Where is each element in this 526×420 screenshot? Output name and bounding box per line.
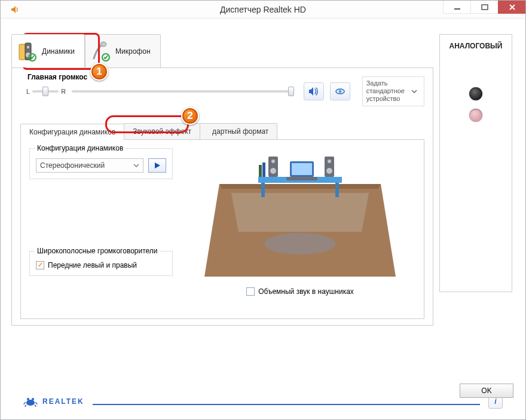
jack-pink[interactable] — [469, 109, 482, 122]
wideband-group: Широкополосные громкоговорители ✓ Передн… — [29, 251, 173, 276]
svg-rect-1 — [482, 5, 488, 10]
svg-point-10 — [338, 90, 341, 93]
tab-speakers[interactable]: Динамики — [11, 34, 85, 68]
tab-microphone[interactable]: Микрофон — [85, 34, 160, 68]
balance-l: L — [26, 88, 30, 95]
sub-tab-effects[interactable]: Звуковой эффект — [124, 123, 200, 139]
ok-button[interactable]: OK — [460, 384, 513, 398]
default-l1: Задать — [366, 79, 388, 87]
svg-point-26 — [326, 168, 332, 174]
svg-point-22 — [271, 160, 275, 163]
svg-point-14 — [264, 233, 336, 255]
balance-slider[interactable]: L R — [26, 88, 66, 95]
default-l3: устройство — [366, 95, 400, 102]
svg-rect-19 — [292, 163, 312, 175]
svg-rect-17 — [335, 183, 339, 197]
realtek-logo-icon — [23, 394, 38, 409]
close-button[interactable] — [498, 1, 525, 14]
microphone-icon — [90, 41, 112, 62]
volume-slider[interactable] — [72, 90, 294, 93]
sub-tabs: Конфигурация динамиков Звуковой эффект д… — [20, 123, 424, 140]
speaker-config-group: Конфигурация динамиков Стереофонический — [29, 148, 173, 179]
speakers-icon — [17, 41, 38, 62]
svg-point-31 — [32, 398, 34, 400]
analog-panel: АНАЛОГОВЫЙ — [439, 34, 512, 292]
brand: REALTEK — [23, 394, 84, 409]
svg-point-23 — [270, 168, 276, 174]
jack-black[interactable] — [469, 87, 482, 100]
main-volume-legend: Главная громкос — [25, 73, 90, 81]
mute-button[interactable] — [304, 82, 324, 100]
speaker-config-select[interactable]: Стереофонический — [36, 158, 143, 173]
speaker-icon — [9, 4, 21, 16]
sub-tab-format[interactable]: дартный формат — [200, 123, 277, 139]
room-illustration — [201, 148, 399, 283]
tab-microphone-label: Микрофон — [115, 47, 150, 56]
left-column: Конфигурация динамиков Стереофонический … — [29, 148, 173, 310]
surround-headphones-label: Объемный звук в наушниках — [258, 287, 354, 296]
svg-point-4 — [27, 45, 29, 48]
sub-content: Конфигурация динамиков Стереофонический … — [20, 140, 424, 319]
svg-point-29 — [26, 400, 35, 406]
analog-title: АНАЛОГОВЫЙ — [440, 42, 512, 50]
svg-marker-12 — [219, 184, 381, 189]
svg-rect-28 — [262, 163, 265, 177]
footer: REALTEK i — [23, 394, 503, 409]
default-l2: стандартное — [366, 87, 405, 94]
svg-point-25 — [328, 160, 331, 163]
client-area: АНАЛОГОВЫЙ Динамики — [11, 34, 515, 403]
main-volume-group: Главная громкос L R — [20, 78, 356, 105]
svg-rect-27 — [259, 165, 262, 177]
sub-tab-format-label: дартный формат — [212, 127, 268, 136]
test-play-button[interactable] — [148, 158, 166, 173]
ok-row: OK — [460, 384, 513, 398]
chevron-down-icon — [133, 163, 139, 168]
balance-r: R — [61, 88, 66, 95]
surround-headphones-checkbox[interactable] — [246, 287, 255, 296]
minimize-button[interactable] — [443, 1, 470, 14]
speaker-config-legend: Конфигурация динамиков — [35, 144, 126, 152]
titlebar: Диспетчер Realtek HD — [1, 1, 525, 19]
sub-tab-config[interactable]: Конфигурация динамиков — [20, 124, 124, 140]
set-default-device[interactable]: Задать стандартное устройство — [362, 76, 424, 106]
brand-text: REALTEK — [42, 397, 84, 406]
brand-line — [93, 404, 480, 405]
svg-marker-13 — [231, 193, 369, 232]
default-dropdown-icon[interactable] — [408, 85, 420, 97]
right-column: Объемный звук в наушниках — [185, 148, 415, 310]
tab-speakers-label: Динамики — [42, 47, 75, 56]
window-controls — [443, 1, 525, 14]
speaker-config-value: Стереофонический — [40, 161, 105, 170]
svg-rect-16 — [261, 183, 265, 197]
svg-point-7 — [100, 42, 106, 47]
main-volume-row: Главная громкос L R — [20, 76, 424, 106]
front-lr-checkbox[interactable]: ✓ — [36, 261, 44, 269]
virtual-surround-button[interactable] — [330, 82, 350, 100]
maximize-button[interactable] — [470, 1, 498, 14]
front-lr-label: Передние левый и правый — [48, 261, 137, 269]
svg-rect-20 — [286, 177, 317, 180]
svg-rect-0 — [454, 8, 460, 10]
svg-point-30 — [27, 398, 29, 400]
main-card: Главная громкос L R — [11, 68, 433, 326]
wideband-legend: Широкополосные громкоговорители — [35, 247, 160, 255]
